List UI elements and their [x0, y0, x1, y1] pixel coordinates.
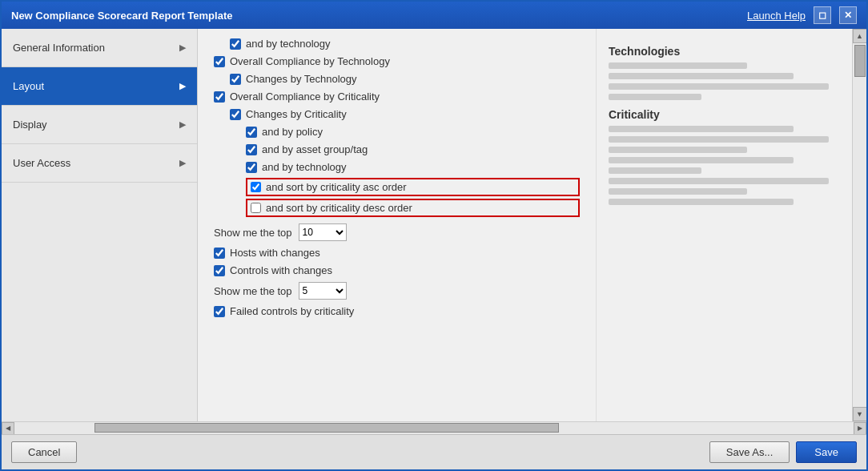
- preview-line: [609, 167, 701, 174]
- chevron-right-icon: ▶: [179, 81, 186, 91]
- preview-line: [609, 126, 794, 132]
- form-panel: and by technology Overall Compliance by …: [198, 29, 596, 421]
- checkbox-sort-asc[interactable]: [251, 182, 261, 192]
- scroll-left-arrow[interactable]: ◀: [2, 422, 14, 435]
- checkbox-row-controls-with-changes: Controls with changes: [214, 264, 580, 277]
- sidebar-item-user-access[interactable]: User Access ▶: [2, 144, 197, 183]
- sidebar: General Information ▶ Layout ▶ Display ▶…: [2, 29, 198, 421]
- chevron-right-icon: ▶: [179, 119, 186, 130]
- sidebar-item-layout[interactable]: Layout ▶: [2, 67, 197, 106]
- content-area: and by technology Overall Compliance by …: [198, 29, 866, 421]
- checkbox-hosts-with-changes[interactable]: [214, 248, 225, 259]
- preview-line: [609, 178, 829, 184]
- checkbox-row-and-by-asset-group: and by asset group/tag: [214, 143, 580, 156]
- restore-icon[interactable]: ◻: [814, 6, 831, 24]
- checkbox-label: and sort by criticality asc order: [266, 181, 407, 193]
- show-top-label-2: Show me the top: [214, 285, 292, 297]
- show-top-select-2[interactable]: 5 10 15 20 25: [299, 282, 347, 300]
- scroll-track: [853, 43, 866, 407]
- checkbox-overall-compliance-criticality[interactable]: [214, 91, 225, 103]
- checkbox-controls-with-changes[interactable]: [214, 265, 225, 276]
- sidebar-item-label: General Information: [13, 42, 105, 54]
- sidebar-item-general-information[interactable]: General Information ▶: [2, 29, 197, 67]
- checkbox-row-changes-by-technology: Changes by Technology: [214, 72, 580, 86]
- window-title: New Compliance Scorecard Report Template: [11, 10, 232, 22]
- scroll-down-arrow[interactable]: ▼: [853, 407, 867, 421]
- checkbox-and-by-policy[interactable]: [246, 127, 257, 138]
- show-top-label-1: Show me the top: [214, 227, 292, 239]
- criticality-preview-block: [609, 126, 840, 205]
- checkbox-failed-controls[interactable]: [214, 306, 225, 317]
- checkbox-label: Controls with changes: [230, 264, 332, 276]
- checkbox-row-and-by-technology-top: and by technology: [214, 37, 580, 50]
- preview-line: [609, 94, 701, 100]
- preview-line: [609, 147, 747, 153]
- criticality-section-title: Criticality: [609, 108, 840, 121]
- checkbox-and-by-technology-indent2[interactable]: [246, 162, 257, 173]
- sidebar-item-label: User Access: [13, 157, 70, 169]
- title-bar-controls: Launch Help ◻ ✕: [747, 6, 857, 24]
- checkbox-row-overall-compliance-technology: Overall Compliance by Technology: [214, 54, 580, 68]
- preview-line: [609, 136, 829, 143]
- checkbox-row-changes-by-criticality: Changes by Criticality: [214, 107, 580, 121]
- h-scroll-thumb[interactable]: [94, 423, 559, 433]
- checkbox-label: Overall Compliance by Technology: [230, 55, 390, 67]
- checkbox-overall-compliance-technology[interactable]: [214, 56, 225, 67]
- vertical-scrollbar[interactable]: ▲ ▼: [852, 29, 866, 421]
- checkbox-and-by-technology-top[interactable]: [230, 38, 241, 50]
- checkbox-label: and by asset group/tag: [262, 143, 368, 155]
- preview-panel: Technologies Criticality: [596, 29, 852, 421]
- technologies-preview-block: [609, 62, 840, 100]
- close-icon[interactable]: ✕: [839, 6, 857, 24]
- launch-help-button[interactable]: Launch Help: [747, 10, 806, 22]
- scroll-thumb[interactable]: [854, 45, 866, 77]
- preview-line: [609, 157, 794, 163]
- horizontal-scrollbar: ◀ ▶: [2, 421, 866, 434]
- main-content: General Information ▶ Layout ▶ Display ▶…: [2, 29, 866, 421]
- h-scroll-track: [14, 422, 854, 434]
- checkbox-row-overall-compliance-criticality: Overall Compliance by Criticality: [214, 90, 580, 103]
- checkbox-row-failed-controls: Failed controls by criticality: [214, 304, 580, 318]
- checkbox-and-by-asset-group[interactable]: [246, 144, 257, 155]
- checkbox-label: Overall Compliance by Criticality: [230, 91, 380, 103]
- chevron-right-icon: ▶: [179, 42, 186, 53]
- preview-line: [609, 62, 747, 69]
- save-as-button[interactable]: Save As...: [709, 441, 790, 463]
- checkbox-changes-by-technology[interactable]: [230, 74, 241, 85]
- save-button[interactable]: Save: [796, 441, 857, 463]
- sidebar-item-label: Layout: [13, 80, 44, 92]
- highlighted-sort-desc-row: and sort by criticality desc order: [246, 199, 580, 217]
- title-bar: New Compliance Scorecard Report Template…: [2, 2, 866, 29]
- checkbox-label: Changes by Criticality: [246, 108, 347, 120]
- checkbox-label: Hosts with changes: [230, 247, 320, 259]
- checkbox-label: and by technology: [262, 161, 347, 173]
- main-window: New Compliance Scorecard Report Template…: [0, 0, 868, 471]
- checkbox-changes-by-criticality[interactable]: [230, 109, 241, 120]
- scroll-right-arrow[interactable]: ▶: [854, 422, 866, 435]
- preview-line: [609, 73, 794, 79]
- preview-line: [609, 83, 829, 90]
- highlighted-sort-asc-row: and sort by criticality asc order: [246, 178, 580, 196]
- cancel-button[interactable]: Cancel: [11, 441, 77, 463]
- checkbox-label: Changes by Technology: [246, 73, 357, 85]
- sidebar-item-display[interactable]: Display ▶: [2, 106, 197, 144]
- checkbox-label: and sort by criticality desc order: [266, 202, 412, 214]
- show-top-select-1[interactable]: 10 5 15 20 25: [299, 223, 347, 241]
- sidebar-item-label: Display: [13, 119, 47, 131]
- footer-right-buttons: Save As... Save: [709, 441, 857, 463]
- show-top-row-1: Show me the top 10 5 15 20 25: [214, 223, 580, 241]
- chevron-right-icon: ▶: [179, 158, 186, 168]
- checkbox-label: and by technology: [246, 38, 331, 50]
- show-top-row-2: Show me the top 5 10 15 20 25: [214, 282, 580, 300]
- checkbox-row-and-by-technology-indent2: and by technology: [214, 160, 580, 174]
- checkbox-label: Failed controls by criticality: [230, 305, 354, 317]
- preview-line: [609, 188, 747, 195]
- checkbox-label: and by policy: [262, 126, 323, 138]
- preview-line: [609, 199, 794, 205]
- checkbox-row-and-by-policy: and by policy: [214, 125, 580, 139]
- technologies-section-title: Technologies: [609, 45, 840, 58]
- footer: Cancel Save As... Save: [2, 434, 866, 469]
- checkbox-row-hosts-with-changes: Hosts with changes: [214, 246, 580, 260]
- scroll-up-arrow[interactable]: ▲: [853, 29, 867, 43]
- checkbox-sort-desc[interactable]: [251, 203, 261, 213]
